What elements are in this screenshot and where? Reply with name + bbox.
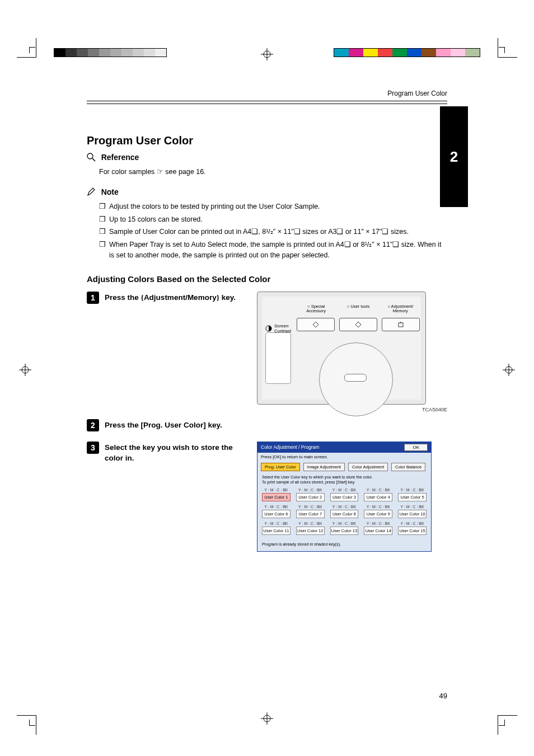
contrast-label: Screen Contrast: [274, 323, 291, 334]
section-title: Program User Color: [87, 118, 447, 147]
step-text: Press the [Prog. User Color] key.: [105, 419, 447, 431]
contrast-icon: [265, 325, 272, 332]
crop-mark: [499, 47, 505, 53]
instruction-text: To print sample of all colors stored, pr…: [262, 480, 427, 485]
user-tools-key[interactable]: [339, 318, 377, 331]
crop-mark: [499, 720, 505, 726]
device-illustration: Screen Contrast ○ Special Accessory ○ Us…: [257, 292, 426, 405]
reference-heading: Reference: [101, 153, 139, 162]
user-color-slot[interactable]: User Color 11: [262, 527, 291, 535]
column-header: Y : M : C : BK: [296, 505, 325, 509]
pencil-icon: [87, 187, 96, 198]
column-header: Y : M : C : BK: [330, 488, 359, 492]
note-bullet: Up to 15 colors can be stored.: [109, 214, 203, 225]
step-number: 3: [87, 442, 99, 454]
reference-body: For color samples ☞ see page 16.: [87, 167, 447, 177]
registration-mark-icon: [261, 712, 273, 725]
crop-mark: [29, 47, 35, 53]
column-header: Y : M : C : BK: [398, 505, 427, 509]
color-bar: [334, 48, 480, 57]
screen-capture: Color Adjustment / Program OK Press [OK]…: [257, 442, 432, 552]
column-header: Y : M : C : BK: [364, 505, 392, 509]
svg-line-13: [92, 158, 95, 161]
svg-rect-15: [399, 323, 403, 327]
magnifier-icon: [87, 153, 96, 163]
column-header: Y : M : C : BK: [262, 488, 291, 492]
tab-prog-user-color[interactable]: Prog. User Color: [261, 463, 300, 471]
column-header: Y : M : C : BK: [364, 488, 392, 492]
note-heading: Note: [101, 187, 119, 196]
grayscale-bar: [54, 48, 167, 57]
divider: [87, 101, 447, 104]
registration-mark-icon: [503, 364, 515, 378]
user-color-slot[interactable]: User Color 8: [330, 510, 359, 518]
user-color-slot[interactable]: User Color 14: [364, 527, 392, 535]
user-color-slot[interactable]: User Color 7: [296, 510, 325, 518]
user-color-slot[interactable]: User Color 9: [364, 510, 392, 518]
step-number: 1: [87, 292, 99, 304]
user-color-slot[interactable]: User Color 4: [364, 493, 392, 501]
note-bullet: When Paper Tray is set to Auto Select mo…: [109, 240, 447, 261]
note-bullet: Adjust the colors to be tested by printi…: [109, 201, 320, 212]
note-bullet: Sample of User Color can be printed out …: [109, 227, 409, 237]
user-color-slot[interactable]: User Color 10: [398, 510, 427, 518]
step-text: Select the key you wish to store the col…: [105, 442, 243, 464]
ok-button[interactable]: OK: [404, 444, 428, 451]
subheading: Adjusting Colors Based on the Selected C…: [87, 274, 447, 284]
svg-point-12: [87, 153, 93, 159]
column-header: Y : M : C : BK: [364, 522, 392, 525]
column-header: Y : M : C : BK: [330, 505, 359, 509]
tab-color-adjustment[interactable]: Color Adjustment: [348, 463, 388, 471]
dialog-footer: Program is already stored in shaded key(…: [257, 539, 431, 551]
dialog-title: Color Adjustment / Program: [261, 444, 319, 450]
column-header: Y : M : C : BK: [398, 522, 427, 525]
tab-image-adjustment[interactable]: Image Adjustment: [303, 463, 345, 471]
dialog-hint: Press [OK] to return to main screen.: [257, 453, 431, 461]
user-color-slot[interactable]: User Color 6: [262, 510, 291, 518]
user-color-slot[interactable]: User Color 3: [330, 493, 359, 501]
user-color-slot[interactable]: User Color 1: [262, 493, 291, 501]
page-number: 49: [439, 692, 447, 700]
user-color-slot[interactable]: User Color 15: [398, 527, 427, 535]
column-header: Y : M : C : BK: [262, 522, 291, 525]
step-number: 2: [87, 419, 99, 431]
column-header: Y : M : C : BK: [296, 522, 325, 525]
tab-color-balance[interactable]: Color Balance: [391, 463, 425, 471]
column-header: Y : M : C : BK: [262, 505, 291, 509]
special-accessory-key[interactable]: [297, 318, 335, 331]
key-label: ○ User tools: [339, 304, 377, 314]
user-color-slot[interactable]: User Color 2: [296, 493, 325, 501]
registration-mark-icon: [19, 364, 31, 378]
running-head: Program User Color: [87, 90, 447, 97]
instruction-text: Select the User Color key to which you w…: [262, 475, 427, 480]
user-color-slot[interactable]: User Color 5: [398, 493, 427, 501]
step-text: Press the {Adjustment/Memory} key.: [105, 292, 243, 303]
column-header: Y : M : C : BK: [296, 488, 325, 492]
column-header: Y : M : C : BK: [330, 522, 359, 525]
user-color-slot[interactable]: User Color 12: [296, 527, 325, 535]
key-label: ○ Special Accessory: [297, 304, 335, 314]
registration-mark-icon: [261, 48, 273, 60]
key-label: ○ Adjustment/ Memory: [381, 304, 420, 314]
adjustment-memory-key[interactable]: [382, 318, 420, 331]
user-color-slot[interactable]: User Color 13: [330, 527, 359, 535]
column-header: Y : M : C : BK: [398, 488, 427, 492]
crop-mark: [29, 720, 35, 726]
note-body: Adjust the colors to be tested by printi…: [87, 201, 447, 261]
